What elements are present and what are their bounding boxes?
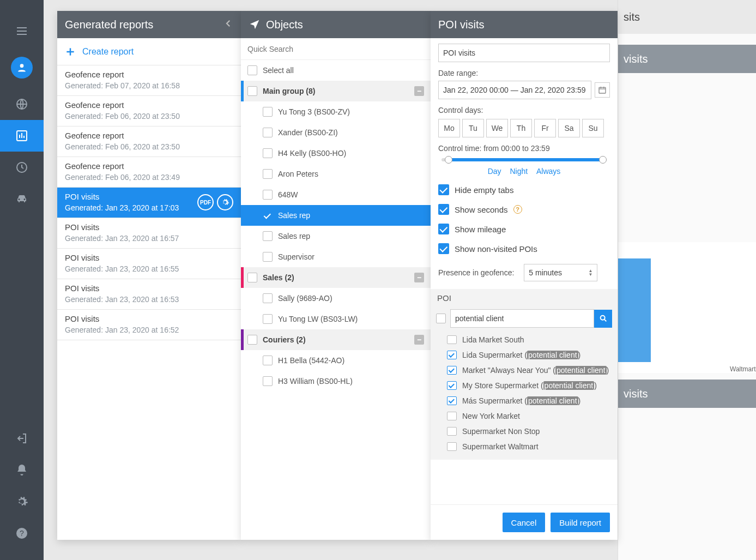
globe-icon[interactable] (0, 88, 44, 120)
report-item[interactable]: POI visitsGenerated: Jan 23, 2020 at 16:… (57, 218, 241, 249)
report-item[interactable]: POI visitsGenerated: Jan 23, 2020 at 17:… (57, 188, 241, 218)
object-item[interactable]: Aron Peters (241, 164, 431, 184)
poi-checkbox[interactable] (447, 427, 457, 436)
poi-checkbox[interactable] (447, 366, 457, 375)
object-item[interactable]: Xander (BS00-ZI) (241, 122, 431, 143)
report-item[interactable]: POI visitsGenerated: Jan 23, 2020 at 16:… (57, 249, 241, 279)
logout-icon[interactable] (0, 423, 44, 454)
poi-checkbox[interactable] (447, 412, 457, 420)
car-icon[interactable] (0, 183, 44, 215)
day-toggle[interactable]: We (486, 119, 508, 137)
calendar-icon[interactable] (595, 82, 610, 98)
cancel-button[interactable]: Cancel (503, 513, 546, 532)
time-slider[interactable] (441, 158, 607, 161)
preset-night[interactable]: Night (510, 167, 528, 176)
create-report-button[interactable]: Create report (57, 38, 241, 65)
select-all-row[interactable]: Select all (241, 60, 431, 81)
menu-icon[interactable] (0, 15, 44, 47)
poi-item[interactable]: Market "Always Near You" (potential clie… (436, 363, 612, 378)
reports-icon[interactable] (0, 120, 44, 152)
object-item[interactable]: Yu Tong LW (BS03-LW) (241, 309, 431, 329)
poi-item[interactable]: Más Supermarket (potential client) (436, 393, 612, 408)
help-icon[interactable]: ? (513, 205, 522, 214)
opt-show-mileage[interactable]: Show mileage (438, 224, 610, 234)
help-icon[interactable]: ? (0, 517, 44, 549)
opt-hide-empty[interactable]: Hide empty tabs (438, 184, 610, 195)
preset-always[interactable]: Always (536, 167, 560, 176)
time-icon[interactable] (0, 152, 44, 183)
bell-icon[interactable] (0, 454, 44, 486)
day-toggle[interactable]: Tu (462, 119, 484, 137)
object-group[interactable]: Couriers (2)− (241, 329, 431, 350)
avatar[interactable] (11, 57, 33, 79)
object-checkbox[interactable] (263, 169, 273, 179)
object-item[interactable]: 648W (241, 184, 431, 205)
poi-item[interactable]: Supermarket Waltmart (436, 439, 612, 454)
poi-item[interactable]: Supermarket Non Stop (436, 424, 612, 439)
object-item[interactable]: H4 Kelly (BS00-HO) (241, 143, 431, 164)
checkbox-icon[interactable] (438, 243, 449, 254)
poi-checkbox[interactable] (447, 396, 457, 405)
date-range-input[interactable] (438, 81, 591, 99)
object-checkbox[interactable] (263, 252, 273, 262)
day-toggle[interactable]: Mo (438, 119, 460, 137)
gear-icon[interactable] (0, 486, 44, 517)
gear-icon[interactable] (217, 194, 233, 210)
day-toggle[interactable]: Su (582, 119, 604, 137)
poi-item[interactable]: Lida Market South (436, 332, 612, 347)
poi-select-all-checkbox[interactable] (436, 314, 446, 323)
object-checkbox[interactable] (263, 231, 273, 241)
object-checkbox[interactable] (263, 148, 273, 158)
day-toggle[interactable]: Th (510, 119, 532, 137)
poi-checkbox[interactable] (447, 442, 457, 451)
object-checkbox[interactable] (263, 190, 273, 200)
object-checkbox[interactable] (263, 356, 273, 365)
opt-show-seconds[interactable]: Show seconds? (438, 204, 610, 215)
object-checkbox[interactable] (263, 314, 273, 324)
object-checkbox[interactable] (263, 293, 273, 303)
build-report-button[interactable]: Build report (551, 513, 610, 532)
poi-search-input[interactable] (450, 309, 594, 328)
poi-item[interactable]: My Store Supermarket (potential client) (436, 378, 612, 393)
presence-spinner[interactable]: 5 minutes ▲▼ (524, 264, 597, 281)
poi-checkbox[interactable] (447, 381, 457, 390)
object-item[interactable]: Sally (9689-AO) (241, 288, 431, 309)
group-checkbox[interactable] (247, 273, 257, 282)
object-item[interactable]: H1 Bella (5442-AO) (241, 350, 431, 371)
object-item[interactable]: Supervisor (241, 246, 431, 267)
object-item[interactable]: H3 William (BS00-HL) (241, 371, 431, 392)
object-checkbox[interactable] (263, 107, 273, 117)
object-group[interactable]: Main group (8)− (241, 81, 431, 101)
preset-day[interactable]: Day (488, 167, 501, 176)
group-checkbox[interactable] (247, 86, 257, 96)
report-item[interactable]: Geofence reportGenerated: Feb 06, 2020 a… (57, 127, 241, 157)
object-item[interactable]: Sales rep (241, 205, 431, 226)
slider-knob-end[interactable] (599, 156, 607, 164)
report-name-input[interactable] (438, 44, 610, 62)
object-checkbox[interactable] (263, 128, 273, 137)
checkbox-icon[interactable] (438, 204, 449, 215)
object-item[interactable]: Sales rep (241, 226, 431, 246)
object-item[interactable]: Yu Tong 3 (BS00-ZV) (241, 101, 431, 122)
collapse-icon[interactable]: − (414, 335, 424, 345)
pdf-icon[interactable]: PDF (197, 194, 214, 210)
select-all-checkbox[interactable] (247, 65, 257, 75)
day-toggle[interactable]: Sa (558, 119, 580, 137)
report-item[interactable]: POI visitsGenerated: Jan 23, 2020 at 16:… (57, 279, 241, 310)
poi-item[interactable]: New York Market (436, 408, 612, 424)
object-checkbox[interactable] (263, 376, 273, 386)
group-checkbox[interactable] (247, 335, 257, 345)
collapse-icon[interactable]: − (414, 86, 424, 96)
poi-checkbox[interactable] (447, 335, 457, 344)
day-toggle[interactable]: Fr (534, 119, 556, 137)
spinner-arrows[interactable]: ▲▼ (588, 269, 592, 276)
object-group[interactable]: Sales (2)− (241, 267, 431, 288)
object-checkbox[interactable] (263, 210, 273, 220)
poi-checkbox[interactable] (447, 351, 457, 359)
report-item[interactable]: POI visitsGenerated: Jan 23, 2020 at 16:… (57, 310, 241, 340)
collapse-icon[interactable]: − (414, 273, 424, 282)
opt-show-nonvisited[interactable]: Show non-visited POIs (438, 243, 610, 254)
checkbox-icon[interactable] (438, 224, 449, 234)
report-item[interactable]: Geofence reportGenerated: Feb 06, 2020 a… (57, 96, 241, 127)
poi-search-button[interactable] (594, 310, 612, 328)
